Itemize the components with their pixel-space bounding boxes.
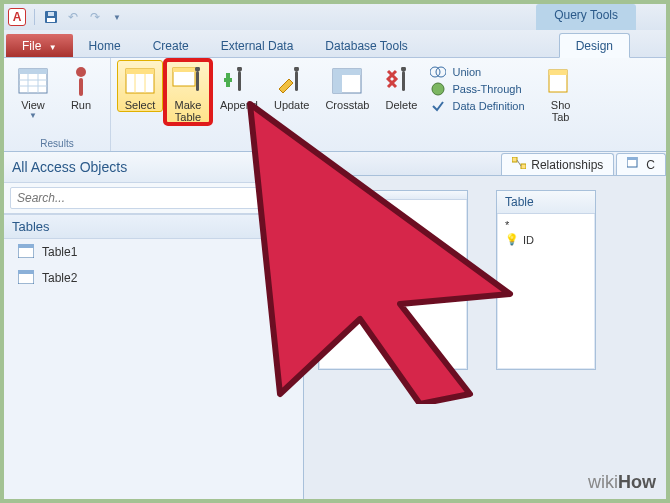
navigation-pane: All Access Objects ▼ « Tables ︽ Table1 T… (4, 152, 304, 499)
svg-point-29 (401, 67, 406, 72)
svg-rect-39 (512, 157, 517, 162)
svg-rect-21 (238, 71, 241, 91)
svg-rect-43 (627, 157, 637, 160)
watermark-text-b: How (618, 472, 656, 492)
chevron-down-icon: ▼ (29, 111, 37, 120)
tab-label: C (646, 158, 655, 172)
tab-database-tools[interactable]: Database Tools (309, 34, 424, 57)
chevron-down-icon[interactable]: ▼ (260, 162, 269, 172)
field-row-all[interactable]: * (505, 218, 587, 232)
tab-design[interactable]: Design (559, 33, 630, 58)
doc-tab-query[interactable]: C (616, 153, 666, 175)
button-label: Delete (386, 99, 418, 111)
search-wrap (4, 183, 303, 214)
data-definition-button[interactable]: Data Definition (430, 98, 524, 114)
svg-point-24 (294, 67, 299, 72)
svg-rect-38 (18, 270, 34, 274)
data-definition-icon (430, 98, 446, 114)
view-button[interactable]: View ▼ (10, 60, 56, 121)
union-button[interactable]: Union (430, 64, 524, 80)
append-icon (223, 65, 255, 97)
svg-rect-4 (19, 69, 47, 74)
tab-create[interactable]: Create (137, 34, 205, 57)
svg-line-41 (517, 160, 521, 166)
svg-point-32 (432, 83, 444, 95)
button-label: View (21, 99, 45, 111)
save-icon[interactable] (43, 9, 59, 25)
field-label: * (505, 219, 509, 231)
relationships-icon (512, 157, 526, 172)
button-label: Append (220, 99, 258, 111)
button-label: Data Definition (452, 100, 524, 112)
button-label: Make Table (175, 99, 202, 123)
collapse-pane-icon[interactable]: « (277, 158, 295, 176)
contextual-tab-header: Query Tools (536, 4, 636, 30)
redo-icon[interactable]: ↷ (87, 9, 103, 25)
show-table-icon (545, 65, 577, 97)
button-label: Crosstab (325, 99, 369, 111)
svg-rect-1 (47, 18, 55, 22)
card-title: Table (497, 191, 595, 214)
body-area: All Access Objects ▼ « Tables ︽ Table1 T… (4, 152, 666, 499)
svg-rect-16 (173, 68, 195, 72)
separator (34, 9, 35, 25)
key-icon: 💡 (505, 233, 519, 246)
crosstab-button[interactable]: Crosstab (318, 60, 376, 112)
card-title (319, 191, 467, 200)
svg-rect-2 (48, 12, 54, 16)
svg-rect-27 (333, 69, 361, 75)
nav-item-table1[interactable]: Table1 (4, 239, 303, 265)
document-tabs: Relationships C (304, 152, 666, 176)
run-icon (65, 65, 97, 97)
item-label: Table1 (42, 245, 77, 259)
group-label: Results (10, 137, 104, 151)
svg-rect-23 (295, 71, 298, 91)
tab-file[interactable]: File ▼ (6, 34, 73, 57)
select-button[interactable]: Select (117, 60, 163, 112)
show-table-button[interactable]: Sho Tab (538, 60, 584, 124)
svg-point-10 (76, 67, 86, 77)
nav-header[interactable]: All Access Objects ▼ « (4, 152, 303, 183)
tab-home[interactable]: Home (73, 34, 137, 57)
chevron-down-icon: ▼ (49, 43, 57, 52)
button-label-2: Tab (552, 111, 570, 123)
item-label: Table2 (42, 271, 77, 285)
tab-label: Relationships (531, 158, 603, 172)
ribbon-tabs: File ▼ Home Create External Data Databas… (4, 30, 666, 58)
query-icon (627, 157, 641, 172)
title-bar: A ↶ ↷ ▼ Query Tools (4, 4, 666, 30)
button-label: Run (71, 99, 91, 111)
button-label: Sho (551, 99, 571, 111)
table-field-list-1[interactable] (318, 190, 468, 370)
field-row-id[interactable]: 💡ID (505, 232, 587, 247)
table-icon (18, 270, 34, 286)
query-design-surface[interactable]: Table * 💡ID (304, 176, 666, 384)
table-icon (18, 244, 34, 260)
doc-tab-relationships[interactable]: Relationships (501, 153, 614, 175)
undo-icon[interactable]: ↶ (65, 9, 81, 25)
tab-external-data[interactable]: External Data (205, 34, 310, 57)
field-label: ID (523, 234, 534, 246)
delete-icon (385, 65, 417, 97)
delete-button[interactable]: Delete (378, 60, 424, 112)
append-button[interactable]: Append (213, 60, 265, 112)
update-button[interactable]: Update (267, 60, 316, 112)
search-input[interactable] (10, 187, 297, 209)
table-field-list-2[interactable]: Table * 💡ID (496, 190, 596, 370)
svg-rect-36 (18, 244, 34, 248)
watermark-text-a: wiki (588, 472, 618, 492)
update-icon (276, 65, 308, 97)
ribbon-group-results: View ▼ Run Results (4, 58, 111, 151)
button-label: Pass-Through (452, 83, 521, 95)
nav-header-title: All Access Objects (12, 159, 127, 175)
svg-rect-9 (79, 78, 83, 96)
make-table-button[interactable]: Make Table (165, 60, 211, 124)
nav-item-table2[interactable]: Table2 (4, 265, 303, 291)
nav-section-tables[interactable]: Tables ︽ (4, 214, 303, 239)
ribbon: View ▼ Run Results Select (4, 58, 666, 152)
run-button[interactable]: Run (58, 60, 104, 112)
passthrough-button[interactable]: Pass-Through (430, 81, 524, 97)
globe-icon (430, 81, 446, 97)
svg-rect-17 (196, 71, 199, 91)
qat-dropdown-icon[interactable]: ▼ (109, 9, 125, 25)
